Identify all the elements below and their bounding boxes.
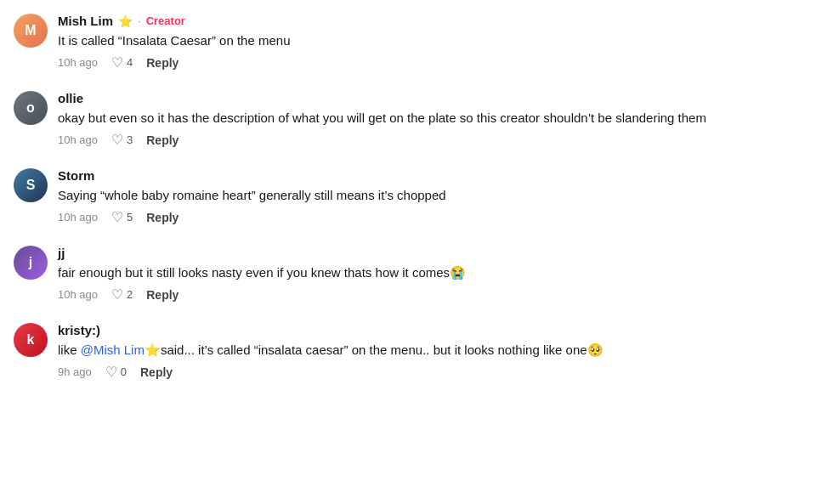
username-kristy: kristy:) [58, 323, 100, 337]
like-button-kristy[interactable]: ♡ 0 [105, 364, 127, 380]
reply-button-jj[interactable]: Reply [146, 288, 178, 302]
reply-button-kristy[interactable]: Reply [140, 365, 173, 379]
comment-content-ollie: ollie okay but even so it has the descri… [58, 91, 819, 148]
comment-actions-mish-lim: 10h ago ♡ 4 Reply [58, 54, 819, 71]
comment-storm: S Storm Saying “whole baby romaine heart… [14, 168, 819, 225]
comment-header-jj: jj [58, 246, 819, 260]
like-count-ollie: 3 [127, 133, 133, 146]
comment-actions-jj: 10h ago ♡ 2 Reply [58, 286, 819, 303]
avatar-mish-lim: M [14, 14, 48, 48]
heart-icon: ♡ [111, 286, 123, 303]
comment-content-storm: Storm Saying “whole baby romaine heart” … [58, 168, 819, 225]
comment-actions-kristy: 9h ago ♡ 0 Reply [58, 364, 819, 380]
comment-content-jj: jj fair enough but it still looks nasty … [58, 246, 819, 303]
text-after-mention: said... it’s called “insalata caesar” on… [161, 343, 604, 357]
comment-text-jj: fair enough but it still looks nasty eve… [58, 263, 819, 281]
like-button-jj[interactable]: ♡ 2 [111, 286, 133, 303]
heart-icon: ♡ [111, 209, 123, 225]
like-button-ollie[interactable]: ♡ 3 [111, 132, 133, 148]
username-ollie: ollie [58, 91, 83, 105]
username-jj: jj [58, 246, 65, 260]
username-mish-lim: Mish Lim [58, 14, 113, 28]
reply-button-mish-lim[interactable]: Reply [146, 56, 178, 70]
comment-content-kristy: kristy:) like @Mish Lim⭐said... it’s cal… [58, 323, 819, 380]
like-count-mish-lim: 4 [127, 56, 133, 69]
like-count-storm: 5 [127, 211, 133, 224]
like-count-kristy: 0 [121, 365, 127, 378]
mention-star: ⭐ [144, 343, 161, 357]
reply-button-ollie[interactable]: Reply [146, 133, 178, 147]
comment-text-kristy: like @Mish Lim⭐said... it’s called “insa… [58, 341, 819, 359]
comment-header-mish-lim: Mish Lim ⭐ · Creator [58, 14, 819, 28]
timestamp-ollie: 10h ago [58, 133, 98, 146]
timestamp-storm: 10h ago [58, 211, 98, 224]
comment-jj: j jj fair enough but it still looks nast… [14, 246, 819, 303]
comment-text-ollie: okay but even so it has the description … [58, 109, 819, 127]
heart-icon: ♡ [105, 364, 117, 380]
like-button-storm[interactable]: ♡ 5 [111, 209, 133, 225]
text-before-mention: like [58, 343, 81, 357]
like-count-jj: 2 [127, 288, 133, 301]
comment-header-kristy: kristy:) [58, 323, 819, 337]
creator-badge: Creator [146, 14, 185, 27]
star-badge-mish-lim: ⭐ [118, 14, 133, 28]
comment-header-storm: Storm [58, 168, 819, 183]
comment-text-mish-lim: It is called “Insalata Caesar” on the me… [58, 31, 819, 49]
comment-text-storm: Saying “whole baby romaine heart” genera… [58, 186, 819, 204]
username-storm: Storm [58, 168, 94, 183]
avatar-kristy: k [14, 323, 48, 357]
mention-mish-lim[interactable]: @Mish Lim [81, 343, 144, 357]
timestamp-jj: 10h ago [58, 288, 98, 301]
avatar-storm: S [14, 168, 48, 202]
heart-icon: ♡ [111, 54, 123, 71]
comment-ollie: o ollie okay but even so it has the desc… [14, 91, 819, 148]
comment-actions-ollie: 10h ago ♡ 3 Reply [58, 132, 819, 148]
timestamp-kristy: 9h ago [58, 365, 92, 378]
heart-icon: ♡ [111, 132, 123, 148]
comment-header-ollie: ollie [58, 91, 819, 105]
comment-mish-lim: M Mish Lim ⭐ · Creator It is called “Ins… [14, 14, 819, 71]
dot-separator: · [138, 14, 141, 27]
comment-kristy: k kristy:) like @Mish Lim⭐said... it’s c… [14, 323, 819, 380]
timestamp-mish-lim: 10h ago [58, 56, 98, 69]
comment-actions-storm: 10h ago ♡ 5 Reply [58, 209, 819, 225]
avatar-jj: j [14, 246, 48, 280]
avatar-ollie: o [14, 91, 48, 125]
reply-button-storm[interactable]: Reply [146, 211, 178, 224]
comment-content-mish-lim: Mish Lim ⭐ · Creator It is called “Insal… [58, 14, 819, 71]
like-button-mish-lim[interactable]: ♡ 4 [111, 54, 133, 71]
